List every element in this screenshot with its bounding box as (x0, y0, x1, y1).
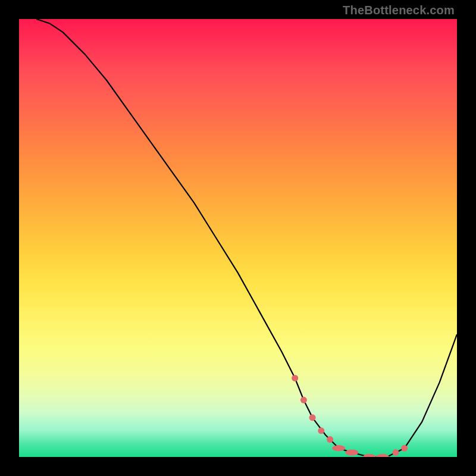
curve-svg (19, 19, 457, 457)
watermark-text: TheBottleneck.com (343, 4, 455, 17)
marker-dot (300, 397, 307, 403)
marker-pill (332, 445, 345, 451)
marker-dot (327, 436, 333, 443)
bottleneck-curve (36, 19, 457, 457)
marker-dot (309, 414, 316, 421)
chart-frame: TheBottleneck.com (0, 0, 476, 476)
marker-dot (401, 445, 408, 452)
marker-pill (376, 454, 389, 457)
marker-dot (318, 427, 324, 434)
marker-pill (363, 454, 376, 457)
marker-pill (345, 450, 358, 456)
marker-dot (393, 449, 399, 456)
marker-dot (292, 375, 298, 381)
plot-area (19, 19, 457, 457)
highlight-markers (292, 375, 408, 457)
